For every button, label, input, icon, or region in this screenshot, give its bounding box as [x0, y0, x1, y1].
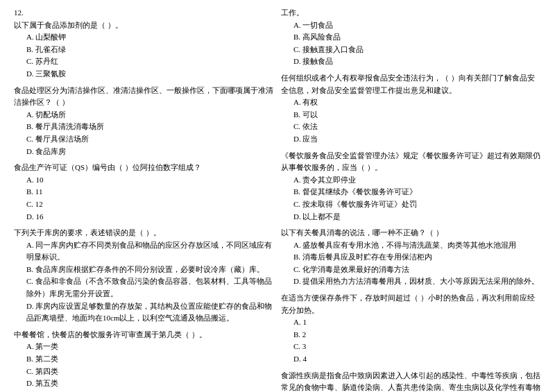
right-column: 工作。 A. 一切食品 B. 高风险食品 C. 接触直接入口食品 D. 接触食品… [281, 7, 541, 392]
option-21-b: B. 督促其继续办《餐饮服务许可证》 [281, 186, 541, 198]
page: 12. 以下属于食品添加剂的是（ ）。 A. 山梨酸钾 B. 孔雀石绿 C. 苏… [0, 0, 555, 392]
option-12-a: A. 山梨酸钾 [14, 31, 274, 44]
option-12-b: B. 孔雀石绿 [14, 44, 274, 56]
option-20-b: B. 可以 [281, 109, 541, 121]
option-15-d: D. 库房内应设置足够数量的存放架，其结构及位置应能使贮存的食品和物品距离墙壁、… [14, 300, 274, 325]
question-24-text: 食源性疾病是指食品中致病因素进入人体引起的感染性、中毒性等疾病，包括常见的食物中… [281, 370, 541, 392]
question-20-text: 任何组织或者个人有权举报食品安全违法行为，（ ）向有关部门了解食品安全信息，对食… [281, 72, 541, 96]
option-21-a: A. 责令其立即停业 [281, 174, 541, 187]
option-14-c: C. 12 [14, 198, 274, 211]
question-15-text: 下列关于库房的要求，表述错误的是（ ）。 [14, 227, 274, 239]
option-20-d: D. 应当 [281, 133, 541, 146]
option-15-b: B. 食品库房应根据贮存条件的不同分别设置，必要时设冷库（藏）库。 [14, 264, 274, 276]
option-13-c: C. 餐厅具保洁场所 [14, 133, 274, 146]
option-16-b: B. 第二类 [14, 353, 274, 366]
question-13: 食品处理区分为清洁操作区、准清洁操作区、一般操作区，下面哪项属于准清洁操作区？（… [14, 85, 274, 158]
option-15-a: A. 同一库房内贮存不同类别食品和物品的应区分存放区域，不同区域应有明显标识。 [14, 239, 274, 264]
option-12-c: C. 苏丹红 [14, 56, 274, 68]
option-19-b: B. 高风险食品 [281, 31, 541, 44]
question-13-text: 食品处理区分为清洁操作区、准清洁操作区、一般操作区，下面哪项属于准清洁操作区？（… [14, 85, 274, 109]
option-23-d: D. 4 [281, 353, 541, 366]
option-14-d: D. 16 [14, 211, 274, 223]
option-13-d: D. 食品库房 [14, 146, 274, 158]
question-24: 食源性疾病是指食品中致病因素进入人体引起的感染性、中毒性等疾病，包括常见的食物中… [281, 370, 541, 392]
option-23-c: C. 3 [281, 341, 541, 353]
question-22: 以下有关餐具消毒的说法，哪一种不正确？（ ） A. 盛放餐具应有专用水池，不得与… [281, 227, 541, 288]
option-16-c: C. 第四类 [14, 366, 274, 378]
question-19-continued: 工作。 A. 一切食品 B. 高风险食品 C. 接触直接入口食品 D. 接触食品 [281, 7, 541, 68]
question-14-text: 食品生产许可证（QS）编号由（ ）位阿拉伯数字组成？ [14, 162, 274, 174]
question-12-body: 以下属于食品添加剂的是（ ）。 [14, 19, 274, 32]
option-22-a: A. 盛放餐具应有专用水池，不得与清洗蔬菜、肉类等其他水池混用 [281, 239, 541, 252]
question-14: 食品生产许可证（QS）编号由（ ）位阿拉伯数字组成？ A. 10 B. 11 C… [14, 162, 274, 223]
question-19-prefix: 工作。 [281, 7, 541, 19]
option-19-d: D. 接触食品 [281, 56, 541, 68]
option-23-b: B. 2 [281, 329, 541, 341]
question-12-text: 12. [14, 7, 274, 19]
question-12: 12. 以下属于食品添加剂的是（ ）。 A. 山梨酸钾 B. 孔雀石绿 C. 苏… [14, 7, 274, 80]
option-21-c: C. 按未取得《餐饮服务许可证》处罚 [281, 198, 541, 211]
option-20-c: C. 依法 [281, 121, 541, 133]
left-column: 12. 以下属于食品添加剂的是（ ）。 A. 山梨酸钾 B. 孔雀石绿 C. 苏… [14, 7, 274, 392]
option-14-b: B. 11 [14, 186, 274, 198]
question-16: 中餐餐馆，快餐店的餐饮服务许可审查属于第几类（ ）。 A. 第一类 B. 第二类… [14, 329, 274, 390]
option-13-b: B. 餐厅具清洗消毒场所 [14, 121, 274, 133]
option-12-d: D. 三聚氰胺 [14, 68, 274, 80]
question-22-text: 以下有关餐具消毒的说法，哪一种不正确？（ ） [281, 227, 541, 239]
question-23-text: 在适当方便保存条件下，存放时间超过（ ）小时的热食品，再次利用前应经充分加热。 [281, 292, 541, 316]
option-16-d: D. 第五类 [14, 377, 274, 390]
question-21-text: 《餐饮服务食品安全监督管理办法》规定《餐饮服务许可证》超过有效期限仍从事餐饮服务… [281, 150, 541, 174]
content-columns: 12. 以下属于食品添加剂的是（ ）。 A. 山梨酸钾 B. 孔雀石绿 C. 苏… [14, 7, 541, 392]
option-19-a: A. 一切食品 [281, 19, 541, 32]
option-22-d: D. 提倡采用热力方法消毒餐用具，因材质、大小等原因无法采用的除外。 [281, 275, 541, 288]
question-15: 下列关于库房的要求，表述错误的是（ ）。 A. 同一库房内贮存不同类别食品和物品… [14, 227, 274, 325]
option-23-a: A. 1 [281, 316, 541, 329]
option-22-b: B. 消毒后餐具应及时贮存在专用保洁柜内 [281, 251, 541, 264]
option-16-a: A. 第一类 [14, 341, 274, 353]
question-16-text: 中餐餐馆，快餐店的餐饮服务许可审查属于第几类（ ）。 [14, 329, 274, 341]
option-14-a: A. 10 [14, 174, 274, 187]
option-22-c: C. 化学消毒是效果最好的消毒方法 [281, 264, 541, 276]
option-20-a: A. 有权 [281, 96, 541, 109]
question-21: 《餐饮服务食品安全监督管理办法》规定《餐饮服务许可证》超过有效期限仍从事餐饮服务… [281, 150, 541, 223]
option-21-d: D. 以上都不是 [281, 211, 541, 223]
question-20: 任何组织或者个人有权举报食品安全违法行为，（ ）向有关部门了解食品安全信息，对食… [281, 72, 541, 146]
option-13-a: A. 切配场所 [14, 109, 274, 121]
option-19-c: C. 接触直接入口食品 [281, 44, 541, 56]
option-15-c: C. 食品和非食品（不含不致食品污染的食品容器、包装材料、工具等物品除外）库房无… [14, 275, 274, 300]
question-23: 在适当方便保存条件下，存放时间超过（ ）小时的热食品，再次利用前应经充分加热。 … [281, 292, 541, 366]
